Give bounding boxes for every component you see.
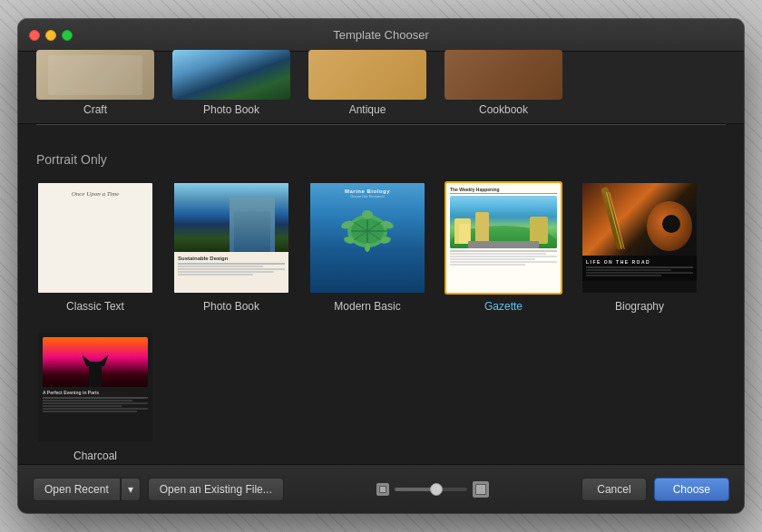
charcoal-thumbnail: A Perfect Evening in Paris [36, 331, 154, 444]
biography-label: Biography [615, 300, 664, 313]
open-recent-arrow[interactable]: ▾ [121, 478, 141, 501]
gazette-label: Gazette [484, 300, 523, 313]
cookbook-label: Cookbook [479, 103, 528, 116]
template-modern-basic[interactable]: Marine Biology Ocean Life Research [308, 181, 426, 313]
svg-rect-13 [380, 487, 386, 492]
bottom-bar: Open Recent ▾ Open an Existing File... C… [18, 464, 744, 513]
traffic-lights [29, 30, 73, 41]
window-title: Template Chooser [333, 28, 429, 42]
choose-button[interactable]: Choose [654, 478, 729, 501]
main-content-area: Portrait Only Once Upon a Time [18, 134, 744, 464]
modern-basic-thumbnail: Marine Biology Ocean Life Research [308, 181, 426, 295]
template-gazette[interactable]: The Weekly Happening [444, 181, 562, 313]
template-photo-book[interactable]: Sustainable Design Photo Book [172, 181, 290, 313]
photo-book-thumbnail: Sustainable Design [172, 181, 290, 295]
section-divider [36, 124, 726, 125]
biography-thumbnail: Life on the Road [581, 181, 698, 295]
modern-basic-label: Modern Basic [334, 300, 400, 313]
zoom-slider[interactable] [395, 488, 467, 491]
zoom-small-icon [376, 483, 389, 496]
charcoal-label: Charcoal [73, 450, 117, 462]
template-chooser-window: Template Chooser Craft Photo Book Antiqu… [18, 19, 744, 513]
open-recent-group: Open Recent ▾ [33, 478, 141, 501]
template-classic-text[interactable]: Once Upon a Time [36, 181, 154, 313]
maximize-button[interactable] [62, 30, 73, 41]
photo-book-label: Photo Book [203, 300, 259, 313]
top-template-cookbook[interactable]: Cookbook [444, 50, 562, 116]
top-template-antique[interactable]: Antique [308, 50, 426, 116]
svg-rect-15 [476, 485, 485, 494]
gazette-thumbnail: The Weekly Happening [444, 181, 562, 295]
template-charcoal[interactable]: A Perfect Evening in Paris Charcoal [36, 331, 154, 462]
templates-grid: Once Upon a Time [36, 181, 726, 462]
open-existing-button[interactable]: Open an Existing File... [148, 478, 284, 501]
svg-point-11 [365, 243, 370, 252]
titlebar: Template Chooser [18, 19, 744, 52]
minimize-button[interactable] [45, 30, 56, 41]
antique-thumbnail [308, 50, 426, 100]
zoom-large-icon [473, 481, 489, 498]
top-template-craft[interactable]: Craft [36, 50, 154, 116]
open-recent-button[interactable]: Open Recent [33, 478, 121, 501]
antique-label: Antique [349, 103, 386, 116]
photobook-top-label: Photo Book [203, 103, 259, 116]
craft-thumbnail [36, 50, 154, 100]
photobook-top-thumbnail [172, 50, 290, 100]
top-template-photobook[interactable]: Photo Book [172, 50, 290, 116]
template-biography[interactable]: Life on the Road Biography [581, 181, 698, 313]
cancel-button[interactable]: Cancel [581, 478, 646, 501]
turtle-svg [336, 202, 399, 261]
craft-label: Craft [83, 103, 107, 116]
close-button[interactable] [29, 30, 40, 41]
svg-point-6 [362, 210, 373, 219]
top-template-row: Craft Photo Book Antique Cookbook [18, 52, 744, 124]
zoom-slider-area [376, 481, 489, 498]
classic-text-thumbnail: Once Upon a Time [36, 181, 154, 295]
cookbook-thumbnail [444, 50, 562, 100]
classic-text-label: Classic Text [66, 300, 124, 313]
section-title: Portrait Only [36, 152, 726, 167]
